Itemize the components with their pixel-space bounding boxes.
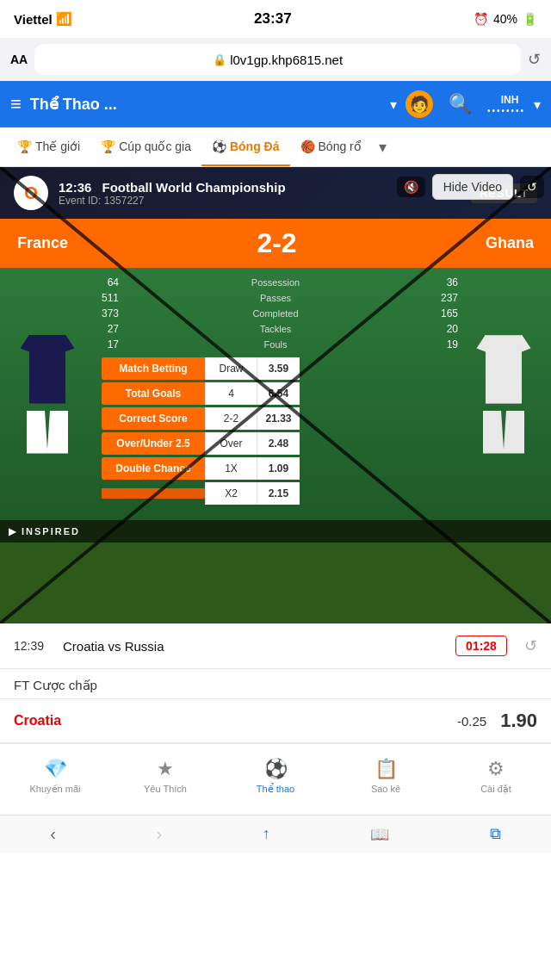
text-size-button[interactable]: AA	[10, 53, 28, 66]
stat-right-2: 165	[432, 307, 458, 319]
url-bar[interactable]: 🔒 l0v1gp.khp6815.net	[34, 44, 521, 75]
bet-label-0: Match Betting	[102, 357, 205, 380]
croatia-team-name: Croatia	[14, 713, 457, 729]
reload-icon: ↺	[527, 180, 537, 194]
bet-row-1[interactable]: Total Goals 4 6.54	[102, 382, 449, 405]
inh-section[interactable]: INH ••••••••	[487, 94, 525, 115]
promotions-label: Khuyến mãi	[30, 784, 81, 795]
favorites-label: Yêu Thích	[144, 784, 187, 794]
tab-football[interactable]: ⚽ Bóng Đá	[201, 127, 290, 166]
mute-button[interactable]: 🔇	[397, 177, 425, 197]
bet-row-3[interactable]: Over/Under 2.5 Over 2.48	[102, 432, 449, 455]
bet-row-4[interactable]: Double Chance 1X 1.09	[102, 457, 449, 480]
stats-row-0: 64 Possession 36	[93, 276, 458, 288]
bet-option-4: 1X	[205, 457, 257, 480]
match-title: Football World Championship	[102, 180, 286, 195]
bet-option-1: 4	[205, 382, 257, 405]
tab-football-label: Bóng Đá	[230, 140, 280, 153]
bet-type-section: FT Cược chấp	[0, 669, 551, 699]
pants-dark	[22, 411, 73, 454]
bet-type-label: FT Cược chấp	[14, 678, 97, 692]
match-teams-0: Croatia vs Russia	[63, 639, 445, 654]
settings-icon: ⚙	[487, 758, 505, 780]
stat-left-3: 27	[93, 323, 119, 335]
bet-odds-0: 3.59	[257, 357, 300, 380]
bet-odds-3: 2.48	[257, 432, 300, 455]
bottom-nav-statement[interactable]: 📋 Sao kê	[331, 751, 441, 794]
bottom-nav-promotions[interactable]: 💎 Khuyến mãi	[0, 751, 110, 795]
bet-odds-2: 21.33	[257, 407, 300, 430]
battery-area: ⏰ 40% 🔋	[474, 12, 537, 26]
wifi-icon: 📶	[56, 11, 72, 27]
stat-right-3: 20	[432, 323, 458, 335]
tab-world[interactable]: 🏆 Thế giới	[7, 127, 90, 166]
match-logo: O	[14, 176, 48, 210]
team-b-kit	[465, 335, 542, 454]
bet-row-0[interactable]: Match Betting Draw 3.59	[102, 357, 449, 380]
basketball-icon: 🏀	[300, 140, 315, 153]
pants-white	[478, 411, 529, 454]
ios-back-button[interactable]: ‹	[36, 817, 70, 851]
stat-label-4: Fouls	[119, 339, 432, 350]
stat-left-0: 64	[93, 276, 119, 288]
bottom-nav-favorites[interactable]: ★ Yêu Thích	[110, 751, 220, 794]
bottom-nav-settings[interactable]: ⚙ Cài đặt	[441, 751, 551, 795]
bet-row-2[interactable]: Correct Score 2-2 21.33	[102, 407, 449, 430]
croatia-bet-row[interactable]: Croatia -0.25 1.90	[0, 699, 551, 743]
betting-table: Match Betting Draw 3.59 Total Goals 4 6.…	[102, 357, 449, 505]
bet-row-5[interactable]: X2 2.15	[102, 482, 449, 505]
nav-bar: ≡ Thể Thao ... ▾ 🧑 🔍 INH •••••••• ▾	[0, 81, 551, 127]
tab-world-label: Thế giới	[35, 140, 80, 153]
video-reload-button[interactable]: ↺	[520, 176, 544, 198]
search-button[interactable]: 🔍	[449, 93, 472, 115]
hide-video-button[interactable]: Hide Video	[432, 174, 513, 200]
play-icon: ▶	[9, 525, 16, 537]
carrier-name: Viettel	[14, 12, 53, 27]
match-refresh-icon[interactable]: ↺	[524, 636, 537, 655]
inh-dots: ••••••••	[487, 106, 525, 115]
refresh-button[interactable]: ↺	[528, 50, 541, 69]
sports-icon: ⚽	[264, 758, 288, 780]
inh-dropdown-icon[interactable]: ▾	[534, 96, 541, 113]
ios-bookmark-button[interactable]: 📖	[356, 818, 403, 851]
bet-odds-5: 2.15	[257, 482, 300, 505]
tab-cup[interactable]: 🏆 Cúp quốc gia	[90, 127, 201, 166]
bet-option-3: Over	[205, 432, 257, 455]
tab-basketball-label: Bóng rổ	[319, 140, 362, 153]
bet-odds-1: 6.54	[257, 382, 300, 405]
match-live-score-0: 01:28	[455, 636, 507, 656]
user-avatar[interactable]: 🧑	[406, 90, 433, 118]
ios-tabs-button[interactable]: ⧉	[476, 818, 515, 850]
ios-share-button[interactable]: ↑	[249, 818, 284, 850]
ios-forward-button[interactable]: ›	[142, 817, 176, 851]
category-tabs: 🏆 Thế giới 🏆 Cúp quốc gia ⚽ Bóng Đá 🏀 Bó…	[0, 127, 551, 167]
alarm-icon: ⏰	[474, 12, 488, 26]
bet-label-5	[102, 488, 205, 499]
match-list-item-0[interactable]: 12:39 Croatia vs Russia 01:28 ↺	[0, 623, 551, 669]
kits-stats-area: 64 Possession 36 511 Passes 237 373 Comp…	[0, 268, 551, 520]
bottom-nav-sports[interactable]: ⚽ Thể thao	[220, 751, 331, 795]
stat-right-0: 36	[432, 276, 458, 288]
dropdown-icon[interactable]: ▾	[390, 96, 397, 113]
stat-label-2: Completed	[119, 308, 432, 319]
tab-basketball[interactable]: 🏀 Bóng rổ	[290, 127, 372, 166]
bet-option-2: 2-2	[205, 407, 257, 430]
team-b-name: Ghana	[486, 234, 534, 252]
more-tabs-button[interactable]: ▾	[372, 138, 393, 157]
inh-label: INH	[501, 94, 519, 106]
mute-icon: 🔇	[404, 180, 418, 194]
tab-cup-label: Cúp quốc gia	[119, 140, 191, 153]
video-container: 🔇 Hide Video ↺ O 12:36 Football World Ch…	[0, 167, 551, 623]
sports-label: Thể thao	[257, 784, 294, 795]
inspired-label: INSPIRED	[22, 526, 80, 537]
status-bar: Viettel 📶 23:37 ⏰ 40% 🔋	[0, 0, 551, 38]
carrier-signal: Viettel 📶	[14, 11, 72, 27]
menu-button[interactable]: ≡	[10, 93, 22, 115]
stat-left-4: 17	[93, 338, 119, 350]
team-a-name: France	[17, 234, 68, 252]
score-row: France 2-2 Ghana	[0, 219, 551, 268]
croatia-handicap: -0.25	[457, 714, 486, 729]
croatia-odds: 1.90	[500, 710, 537, 732]
bet-option-0: Draw	[205, 357, 257, 380]
stat-label-1: Passes	[119, 293, 432, 303]
